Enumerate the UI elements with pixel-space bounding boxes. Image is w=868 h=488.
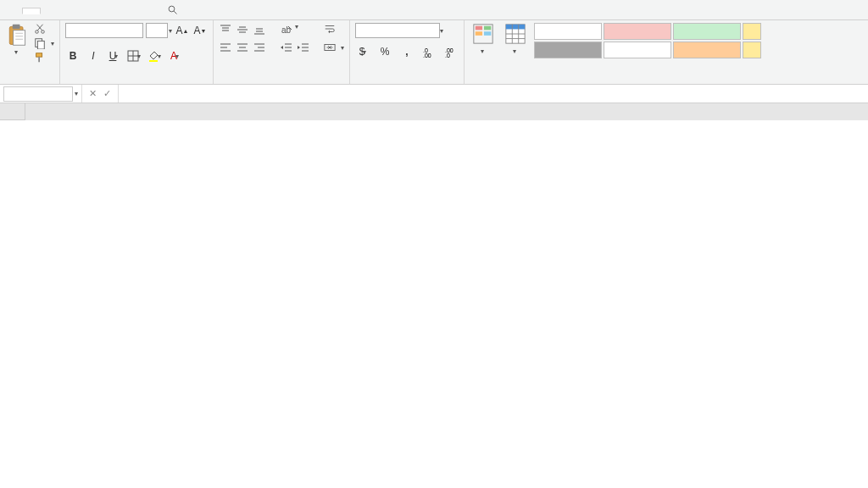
style-normal[interactable] [534,23,602,40]
number-format-select[interactable] [355,23,440,38]
svg-line-10 [37,25,42,30]
svg-rect-4 [14,30,25,46]
tab-view[interactable] [125,8,142,13]
svg-point-9 [42,30,45,34]
formula-bar: ▾ ✕ ✓ [0,85,868,103]
paintbrush-icon [34,52,46,64]
orientation-icon[interactable]: ab [280,23,293,36]
align-left-icon[interactable] [219,41,232,54]
tab-data[interactable] [92,8,108,13]
svg-rect-57 [506,25,525,30]
group-label [219,82,344,83]
copy-button[interactable]: ▾ [34,37,54,49]
tab-page-layout[interactable] [58,8,75,13]
tab-insert[interactable] [41,8,58,13]
italic-button[interactable]: I [86,48,101,64]
search-group[interactable] [159,5,181,15]
format-painter-button[interactable] [34,52,54,64]
increase-decimal-button[interactable]: .0.00 [421,44,437,59]
svg-line-1 [174,11,176,14]
svg-rect-19 [149,60,158,62]
ribbon: ▾ ▾ [0,20,868,85]
copy-icon [34,37,46,49]
svg-rect-55 [484,31,491,36]
paste-icon [5,23,29,47]
group-styles: ▾ ▾ [465,20,868,84]
svg-rect-53 [484,26,491,30]
bold-button[interactable]: B [65,48,81,64]
ribbon-tabs [0,0,868,20]
align-top-icon[interactable] [219,23,232,36]
group-label [65,82,208,83]
conditional-formatting-button[interactable]: ▾ [470,23,497,56]
decrease-indent-icon[interactable] [280,41,293,54]
style-linked[interactable] [743,42,761,58]
increase-indent-icon[interactable] [297,41,310,54]
font-name-select[interactable] [65,23,143,38]
cut-button[interactable] [34,23,54,35]
comma-button[interactable]: , [399,44,415,59]
style-good[interactable] [673,23,741,40]
select-all-corner[interactable] [0,103,25,120]
tab-home[interactable] [22,8,41,14]
wrap-text-button[interactable] [324,23,344,35]
merge-center-button[interactable]: ▾ [324,42,344,53]
currency-button[interactable]: $▾ [355,44,370,59]
format-as-table-button[interactable]: ▾ [502,23,529,56]
style-input[interactable] [673,42,741,58]
scissors-icon [34,23,46,35]
decrease-font-button[interactable]: A▼ [192,23,208,38]
align-right-icon[interactable] [253,41,266,54]
group-font: ▾ A▲ A▼ B I U▾ ▾ ▾ A▾ [60,20,214,84]
style-neutral[interactable] [743,23,761,40]
tab-help[interactable] [142,8,159,13]
enter-formula-icon[interactable]: ✓ [103,88,111,99]
align-center-icon[interactable] [236,41,249,54]
group-alignment: ab▾ ▾ [214,20,350,84]
fill-color-button[interactable]: ▾ [147,48,162,64]
tab-formulas[interactable] [75,8,92,13]
group-label [5,82,54,83]
underline-button[interactable]: U▾ [106,48,121,64]
merge-icon [324,42,336,53]
group-label [470,82,863,83]
svg-rect-54 [476,31,482,36]
percent-button[interactable]: % [377,44,392,59]
search-icon [168,5,178,15]
dec-dec-icon: .00.0 [445,46,457,58]
decrease-decimal-button[interactable]: .00.0 [443,44,459,59]
table-icon [504,23,526,45]
svg-text:ab: ab [281,25,292,35]
wrap-icon [324,23,336,35]
cancel-formula-icon[interactable]: ✕ [89,88,97,99]
tab-file[interactable] [5,8,22,13]
name-box[interactable] [3,86,73,102]
svg-point-8 [36,30,39,34]
svg-rect-13 [37,41,44,49]
font-color-button[interactable]: A▾ [167,48,182,64]
border-button[interactable]: ▾ [126,48,142,64]
style-explanatory[interactable] [604,42,671,58]
svg-rect-3 [13,25,20,29]
increase-font-button[interactable]: A▲ [175,23,190,38]
paste-button[interactable]: ▾ [5,23,29,56]
cell-styles-gallery [534,23,761,58]
svg-text:.00: .00 [423,53,431,58]
svg-text:.0: .0 [445,53,450,58]
inc-dec-icon: .0.00 [423,46,435,58]
align-middle-icon[interactable] [236,23,249,36]
style-bad[interactable] [604,23,671,40]
svg-rect-14 [36,53,42,57]
cond-format-icon [472,23,494,45]
style-check-cell[interactable] [534,42,602,58]
font-size-select[interactable] [146,23,168,38]
group-clipboard: ▾ ▾ [0,20,60,84]
group-number: ▾ $▾ % , .0.00 .00.0 [350,20,465,84]
formula-input[interactable] [129,89,868,99]
chevron-down-icon: ▾ [14,48,18,56]
align-bottom-icon[interactable] [253,23,266,36]
svg-rect-15 [38,57,40,62]
group-label [355,82,459,83]
svg-line-11 [37,25,42,30]
tab-review[interactable] [108,8,125,13]
